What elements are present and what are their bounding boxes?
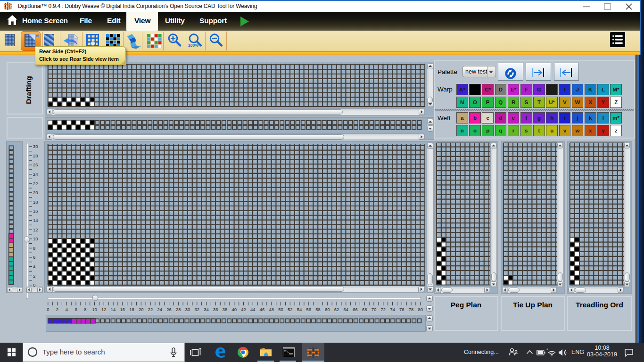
svg-text:70: 70 xyxy=(372,307,377,312)
svg-text:20: 20 xyxy=(33,190,38,195)
svg-text:0: 0 xyxy=(47,307,49,312)
svg-text:18: 18 xyxy=(33,199,38,205)
svg-text:62: 62 xyxy=(334,307,339,312)
svg-text:24: 24 xyxy=(33,172,38,177)
svg-text:4: 4 xyxy=(33,264,35,269)
svg-text:10: 10 xyxy=(33,236,38,241)
svg-text:54: 54 xyxy=(297,307,302,312)
svg-text:74: 74 xyxy=(390,307,395,312)
svg-text:28: 28 xyxy=(33,153,38,158)
svg-text:6: 6 xyxy=(33,255,35,260)
svg-text:64: 64 xyxy=(344,307,349,312)
svg-text:16: 16 xyxy=(120,307,125,312)
svg-text:16: 16 xyxy=(33,208,38,214)
svg-text:28: 28 xyxy=(176,307,181,312)
svg-text:12: 12 xyxy=(33,227,38,232)
svg-text:60: 60 xyxy=(325,307,330,312)
svg-text:56: 56 xyxy=(306,307,312,312)
svg-text:42: 42 xyxy=(241,307,246,312)
svg-text:10: 10 xyxy=(92,307,97,312)
svg-text:26: 26 xyxy=(166,307,172,312)
svg-text:14: 14 xyxy=(111,307,116,312)
svg-text:78: 78 xyxy=(409,307,414,312)
svg-text:24: 24 xyxy=(157,307,163,312)
svg-text:*: * xyxy=(546,348,548,352)
svg-text:22: 22 xyxy=(148,307,153,312)
svg-text:8: 8 xyxy=(33,246,35,251)
svg-text:30: 30 xyxy=(185,307,190,312)
svg-text:80: 80 xyxy=(418,307,423,312)
svg-text:100%: 100% xyxy=(188,43,198,48)
svg-text:50: 50 xyxy=(278,307,283,312)
svg-text:52: 52 xyxy=(288,307,293,312)
svg-text:2: 2 xyxy=(56,307,58,312)
svg-text:C:\_: C:\_ xyxy=(284,350,289,353)
svg-text:66: 66 xyxy=(353,307,358,312)
svg-text:26: 26 xyxy=(33,162,38,167)
svg-text:8: 8 xyxy=(84,307,86,312)
svg-text:48: 48 xyxy=(269,307,274,312)
svg-text:18: 18 xyxy=(129,307,134,312)
svg-text:58: 58 xyxy=(315,307,321,312)
svg-text:46: 46 xyxy=(260,307,265,312)
svg-text:12: 12 xyxy=(101,307,107,312)
svg-text:2: 2 xyxy=(33,273,35,279)
svg-text:76: 76 xyxy=(399,307,405,312)
svg-text:40: 40 xyxy=(232,307,237,312)
svg-text:44: 44 xyxy=(250,307,256,312)
svg-text:20: 20 xyxy=(139,307,144,312)
svg-text:38: 38 xyxy=(223,307,228,312)
svg-text:6: 6 xyxy=(74,307,77,312)
svg-text:72: 72 xyxy=(381,307,386,312)
svg-text:14: 14 xyxy=(33,218,38,223)
svg-text:32: 32 xyxy=(195,307,200,312)
svg-text:22: 22 xyxy=(33,181,38,186)
svg-text:30: 30 xyxy=(33,144,38,149)
svg-text:4: 4 xyxy=(66,307,68,312)
svg-text:34: 34 xyxy=(204,307,209,312)
svg-text:68: 68 xyxy=(362,307,367,312)
svg-text:36: 36 xyxy=(213,307,218,312)
